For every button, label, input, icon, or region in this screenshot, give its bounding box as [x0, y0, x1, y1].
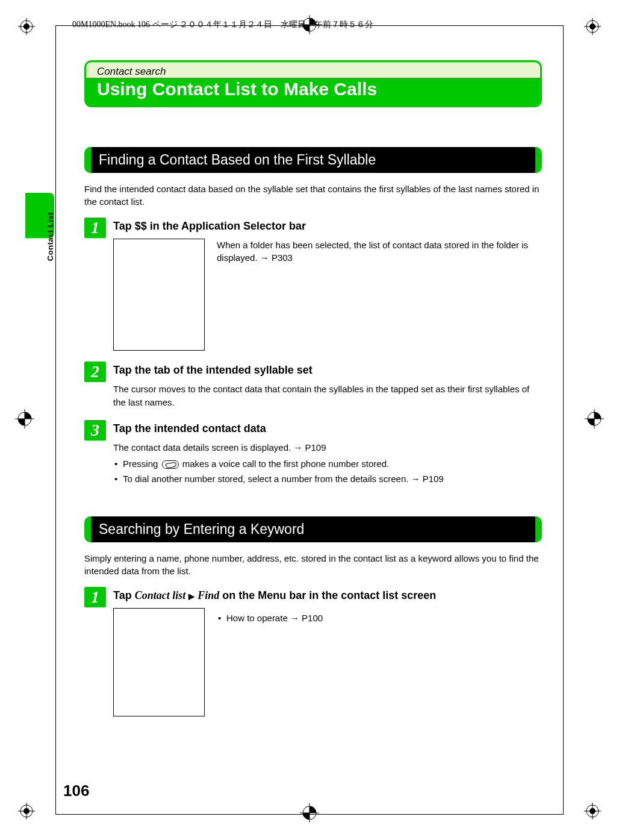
step3-bullet2: To dial another number stored, select a … — [113, 472, 542, 485]
cropmark-mid-left — [15, 409, 34, 431]
step3-bullet1: Pressing makes a voice call to the first… — [113, 457, 542, 470]
menu-path-find: Find — [198, 589, 219, 601]
cropmark-top-right — [584, 18, 601, 37]
cropmark-bottom-right — [584, 803, 601, 822]
step-title: Tap Contact list ▶ Find on the Menu bar … — [113, 589, 542, 602]
cropmark-top-left — [18, 18, 35, 37]
screenshot-placeholder — [113, 239, 205, 351]
step-title: Tap $$ in the Application Selector bar — [113, 220, 542, 233]
step-body: The cursor moves to the contact data tha… — [113, 383, 542, 409]
section1-step1: 1 Tap $$ in the Application Selector bar… — [84, 220, 542, 351]
step-body: The contact data details screen is displ… — [113, 441, 542, 486]
title-main: Using Contact List to Make Calls — [97, 79, 529, 99]
side-label: Contact List — [46, 212, 55, 261]
frame-line — [55, 814, 564, 815]
call-key-icon — [162, 460, 179, 469]
step3-body-text: The contact data details screen is displ… — [113, 442, 326, 453]
step-number: 3 — [84, 420, 106, 440]
cropmark-mid-right — [585, 409, 604, 431]
file-header-text: 00M1000EN.book 106 ページ ２００４年１１月２４日 水曜日 午… — [72, 19, 373, 30]
frame-line — [55, 25, 56, 815]
step1-note: When a folder has been selected, the lis… — [217, 239, 542, 264]
section2-step1: 1 Tap Contact list ▶ Find on the Menu ba… — [84, 589, 542, 716]
title-box: Contact search Using Contact List to Mak… — [84, 60, 542, 107]
step-number: 2 — [84, 362, 106, 382]
section1-heading: Finding a Contact Based on the First Syl… — [84, 147, 542, 173]
step-number: 1 — [84, 587, 106, 607]
section2-intro: Simply entering a name, phone number, ad… — [84, 552, 542, 577]
section1-step3: 3 Tap the intended contact data The cont… — [84, 422, 542, 486]
section1-step2: 2 Tap the tab of the intended syllable s… — [84, 364, 542, 409]
section1-intro: Find the intended contact data based on … — [84, 183, 542, 208]
page-number: 106 — [63, 782, 89, 800]
section2-heading: Searching by Entering a Keyword — [84, 516, 542, 542]
section2-step1-note: How to operate → P100 — [217, 608, 542, 627]
page-content: Contact search Using Contact List to Mak… — [84, 60, 542, 730]
menu-path-contact-list: Contact list — [135, 589, 186, 601]
cropmark-bottom-left — [18, 803, 35, 822]
step-number: 1 — [84, 218, 106, 238]
title-category: Contact search — [97, 66, 529, 78]
frame-line — [563, 25, 564, 815]
step-title: Tap the intended contact data — [113, 422, 542, 435]
section2-step1-bullet: How to operate → P100 — [217, 612, 542, 624]
triangle-icon: ▶ — [188, 592, 194, 601]
screenshot-placeholder — [113, 608, 205, 716]
step-title: Tap the tab of the intended syllable set — [113, 364, 542, 377]
